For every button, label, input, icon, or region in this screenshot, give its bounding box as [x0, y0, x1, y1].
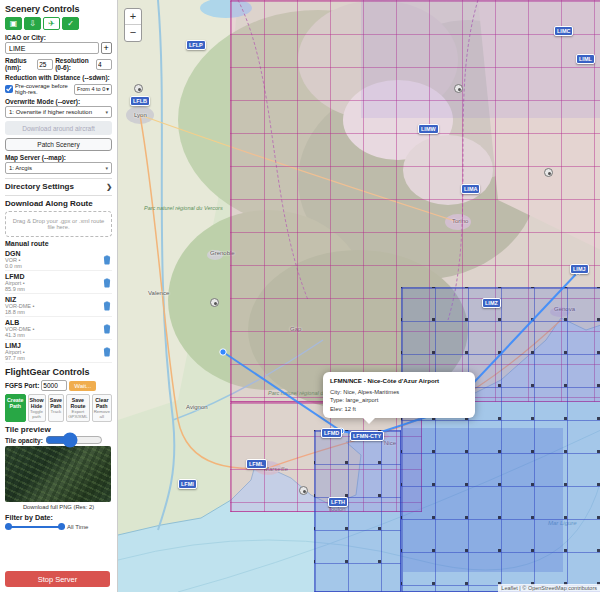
- waypoint-row: LIMJ Airport • 97.7 nm: [5, 340, 112, 363]
- city-label: Valence: [148, 290, 169, 296]
- waypoint-list: DGN VOR • 0.0 nm LFMD Airport • 85.9 nm …: [5, 248, 112, 363]
- toolbar: ▣ ⇩ ✈ ✓: [5, 17, 112, 30]
- slider-handle-min[interactable]: [5, 523, 12, 530]
- wait-button[interactable]: Wait...: [69, 381, 96, 391]
- icao-label: ICAO or City:: [5, 34, 112, 41]
- zoom-control: + −: [124, 8, 142, 42]
- page-title: Scenery Controls: [5, 4, 112, 14]
- save-path-button[interactable]: Save Path Track: [48, 394, 65, 422]
- airport-marker[interactable]: LIMZ: [482, 298, 501, 308]
- popup-title: LFMN/NCE - Nice-Côte d'Azur Airport: [330, 377, 468, 386]
- path-buttons: Create Path Show Hide Toggle path Save P…: [5, 394, 112, 422]
- airport-marker[interactable]: LIMC: [554, 26, 573, 36]
- airport-marker[interactable]: LIML: [576, 54, 595, 64]
- airport-marker[interactable]: LFTH: [328, 497, 348, 507]
- download-icon: ⇩: [29, 19, 36, 28]
- icao-input[interactable]: [5, 42, 99, 54]
- airport-marker[interactable]: LFMN-CTY: [350, 431, 384, 441]
- download-along-route-header[interactable]: Download Along Route: [5, 199, 112, 208]
- zoom-out-button[interactable]: −: [125, 25, 141, 41]
- fgfs-port-input[interactable]: [41, 380, 67, 391]
- stop-server-button[interactable]: Stop Server: [5, 571, 110, 587]
- date-range-slider[interactable]: [5, 523, 65, 531]
- resolution-label: Resolution (0-6):: [55, 57, 94, 71]
- airport-marker[interactable]: LFLP: [186, 40, 206, 50]
- park-label: Parc naturel régional du Vercors: [144, 205, 223, 211]
- popup-city: City: Nice, Alpes-Maritimes: [330, 388, 468, 396]
- chevron-down-icon: ▾: [106, 86, 109, 92]
- tiles-icon-button[interactable]: ▣: [5, 17, 22, 30]
- chevron-right-icon: ❯: [106, 183, 112, 191]
- directory-settings-header[interactable]: Directory Settings ❯: [5, 182, 112, 191]
- navaid-cluster-marker[interactable]: [134, 84, 143, 93]
- waypoint-row: LFMD Airport • 85.9 nm: [5, 271, 112, 294]
- download-around-aircraft-button[interactable]: Download around aircraft: [5, 121, 112, 135]
- slider-handle-max[interactable]: [58, 523, 65, 530]
- check-icon: ✓: [67, 19, 74, 28]
- radius-label: Radius (nm):: [5, 57, 35, 71]
- radius-input[interactable]: [37, 59, 53, 70]
- create-path-button[interactable]: Create Path: [5, 394, 26, 422]
- waypoint-row: ALB VOR-DME • 41.3 nm: [5, 317, 112, 340]
- filter-date-label: Filter by Date:: [5, 513, 112, 522]
- resolution-input[interactable]: [96, 59, 112, 70]
- aircraft-icon-button[interactable]: ✈: [43, 17, 60, 30]
- trash-icon[interactable]: [102, 323, 112, 334]
- airport-marker[interactable]: LFML: [246, 459, 267, 469]
- navaid-cluster-marker[interactable]: [210, 298, 219, 307]
- clear-path-button[interactable]: Clear Path Remove all: [92, 394, 112, 422]
- waypoint-row: DGN VOR • 0.0 nm: [5, 248, 112, 271]
- waypoint-row: NIZ VOR-DME • 18.8 nm: [5, 294, 112, 317]
- map-server-select[interactable]: 1: Arcgis ▾: [5, 162, 112, 174]
- download-icon-button[interactable]: ⇩: [24, 17, 41, 30]
- confirm-icon-button[interactable]: ✓: [62, 17, 79, 30]
- navaid-cluster-marker[interactable]: [299, 486, 308, 495]
- airport-popup: LFMN/NCE - Nice-Côte d'Azur Airport City…: [323, 372, 475, 418]
- show-hide-path-button[interactable]: Show Hide Toggle path: [28, 394, 46, 422]
- date-range-value: All Time: [67, 524, 88, 530]
- fgfs-port-label: FGFS Port:: [5, 382, 39, 389]
- zoom-in-button[interactable]: +: [125, 9, 141, 25]
- map-server-label: Map Server (--map):: [5, 154, 112, 161]
- divider: [5, 178, 112, 179]
- tiles-icon: ▣: [10, 19, 18, 28]
- airport-marker[interactable]: LIMA: [461, 184, 480, 194]
- trash-icon[interactable]: [102, 300, 112, 311]
- city-label: Avignon: [186, 404, 208, 410]
- reduction-label: Reduction with Distance (--sdwn):: [5, 74, 112, 81]
- overwrite-label: Overwrite Mode (--over):: [5, 98, 112, 105]
- trash-icon[interactable]: [102, 346, 112, 357]
- trash-icon[interactable]: [102, 277, 112, 288]
- chevron-down-icon: ▾: [105, 165, 108, 171]
- precoverage-label: Pre-coverage before high-res.: [15, 83, 72, 95]
- chevron-down-icon: ▾: [105, 109, 108, 115]
- manual-route-label: Manual route: [5, 240, 112, 247]
- route-dropzone[interactable]: Drag & Drop your .gpx or .xml route file…: [5, 211, 112, 237]
- ocean-tile-dots: [401, 287, 600, 592]
- map-canvas[interactable]: Lyon Valence Grenoble Gap Avignon Marsei…: [117, 0, 600, 592]
- divider: [5, 195, 112, 196]
- save-route-button[interactable]: Save Route Export GPX/XML: [66, 394, 90, 422]
- scenery-app: Scenery Controls ▣ ⇩ ✈ ✓ ICAO or City: +…: [0, 0, 600, 592]
- airport-marker[interactable]: LIMJ: [570, 264, 589, 274]
- navaid-cluster-marker[interactable]: [454, 84, 463, 93]
- tile-opacity-label: Tile opacity:: [5, 437, 43, 444]
- navaid-cluster-marker[interactable]: [544, 168, 553, 177]
- airport-marker[interactable]: LFMI: [178, 479, 197, 489]
- overwrite-select[interactable]: 1: Overwrite if higher resolution ▾: [5, 106, 112, 118]
- tile-preview-image[interactable]: [5, 446, 111, 502]
- patch-scenery-button[interactable]: Patch Scenery: [5, 138, 112, 151]
- trash-icon[interactable]: [102, 254, 112, 265]
- map-attribution: Leaflet | © OpenStreetMap contributors: [498, 584, 600, 592]
- tile-opacity-slider[interactable]: [45, 436, 103, 444]
- city-label: Lyon: [134, 112, 147, 118]
- precoverage-select[interactable]: From 4 to 0 ▾: [74, 84, 112, 95]
- popup-elev: Elev: 12 ft: [330, 405, 468, 413]
- download-png-link[interactable]: Download full PNG (Res: 2): [5, 504, 112, 510]
- add-icao-button[interactable]: +: [101, 42, 113, 54]
- airport-marker[interactable]: LFMD: [321, 428, 342, 438]
- precoverage-checkbox[interactable]: [5, 85, 13, 93]
- airport-marker[interactable]: LIMW: [418, 124, 439, 134]
- aircraft-icon: ✈: [48, 19, 55, 28]
- airport-marker[interactable]: LFLB: [130, 96, 150, 106]
